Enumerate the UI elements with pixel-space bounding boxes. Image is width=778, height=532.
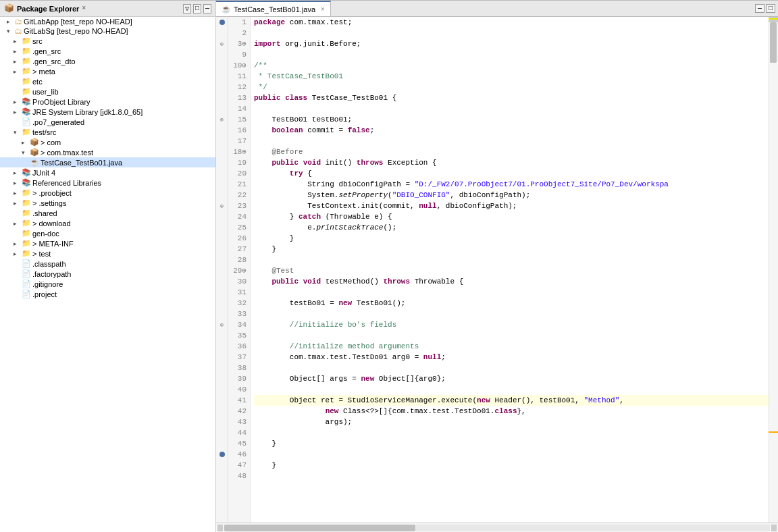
code-line-39: Object[] args = new Object[]{arg0}; [254, 373, 769, 384]
tree-label: JUnit 4 [32, 169, 55, 177]
editor-gutter: ⊕ ⊕ ⊕ ⊕ [216, 17, 228, 523]
tree-item-project-file[interactable]: 📄 .project [0, 289, 215, 299]
tree-item-user-lib[interactable]: 📁 user_lib [0, 86, 215, 97]
expand-arrow: ▾ [7, 28, 15, 34]
code-line-31 [254, 287, 769, 298]
code-line-24: } catch (Throwable e) { [254, 211, 769, 222]
gutter-line-3[interactable]: ⊕ [216, 38, 228, 49]
tree-item-testcase-file[interactable]: ☕ TestCase_TestBo01.java [0, 157, 215, 167]
code-line-29: @Test [254, 265, 769, 276]
folder-icon: 📁 [22, 87, 31, 96]
code-line-2 [254, 28, 769, 38]
tree-label: src [32, 37, 43, 45]
lib-icon: 📚 [22, 97, 31, 106]
code-line-34: //initialize bo's fields [254, 319, 769, 330]
vertical-scrollbar[interactable] [769, 17, 778, 523]
tree-item-com-tmax-test[interactable]: ▾ 📦 > com.tmax.test [0, 147, 215, 157]
gutter-line-29[interactable]: ⊕ [216, 319, 228, 330]
code-line-36: //initialize method arguments [254, 341, 769, 352]
editor-body: ⊕ ⊕ ⊕ ⊕ [216, 17, 778, 523]
tree-item-gitignore[interactable]: 📄 .gitignore [0, 279, 215, 289]
tree-item-gen-src[interactable]: ▸ 📁 .gen_src [0, 46, 215, 56]
tree-item-gen-src-dto[interactable]: ▸ 📁 .gen_src_dto [0, 56, 215, 66]
tree-label: .project [32, 290, 57, 298]
tree-label: > .proobject [32, 189, 72, 197]
jre-lib-icon: 📚 [22, 107, 31, 116]
code-line-45: } [254, 438, 769, 449]
code-line-1: package com.tmax.test; [254, 17, 769, 28]
tree-item-po7[interactable]: 📄 .po7_generated [0, 117, 215, 127]
tree-label: .gen_src_dto [32, 57, 76, 65]
tree-item-proobject[interactable]: ▸ 📁 > .proobject [0, 188, 215, 198]
scroll-marker-orange [769, 431, 778, 433]
code-line-30: public void testMethod() throws Throwabl… [254, 276, 769, 287]
code-line-18: @Before [254, 147, 769, 157]
maximize-icon[interactable]: □ [193, 4, 201, 14]
tree-label: .shared [32, 209, 57, 217]
code-content[interactable]: package com.tmax.test; import org.junit.… [251, 17, 769, 523]
src-folder-icon: 📁 [22, 36, 31, 45]
java-file-icon: ☕ [30, 158, 39, 167]
ref-lib-icon: 📚 [22, 178, 31, 187]
tab-close-icon[interactable]: × [321, 5, 325, 13]
package-icon: 📦 [30, 138, 39, 147]
tree-label: GitLabSg [test_repo NO-HEAD] [24, 27, 128, 35]
horizontal-scrollbar[interactable] [216, 523, 778, 532]
tree-label: .classpath [32, 260, 66, 268]
code-line-25: e.printStackTrace(); [254, 222, 769, 233]
tree-item-ref-libs[interactable]: ▸ 📚 Referenced Libraries [0, 178, 215, 188]
tree-item-src[interactable]: ▸ 📁 src [0, 36, 215, 46]
tree-item-proobject-lib[interactable]: ▸ 📚 ProObject Library [0, 97, 215, 107]
expand-arrow: ▾ [22, 149, 30, 156]
tree-item-gitlabsg[interactable]: ▾ 🗂 GitLabSg [test_repo NO-HEAD] [0, 26, 215, 36]
file-icon: 📄 [22, 290, 31, 298]
code-line-48 [254, 471, 769, 481]
code-line-35 [254, 330, 769, 341]
code-line-27: } [254, 244, 769, 255]
code-line-42: new Class<?>[]{com.tmax.test.TestDo01.cl… [254, 406, 769, 417]
tree-item-test-src[interactable]: ▾ 📁 test/src [0, 127, 215, 137]
folder-icon: 📁 [22, 57, 31, 65]
code-line-17 [254, 136, 769, 147]
code-line-40 [254, 384, 769, 395]
tree-item-download[interactable]: ▸ 📁 > download [0, 218, 215, 228]
tree-item-classpath[interactable]: 📄 .classpath [0, 259, 215, 269]
editor-tab-bar: ☕ TestCase_TestBo01.java × — □ [216, 1, 778, 17]
expand-arrow: ▸ [14, 48, 22, 55]
code-line-13: public class TestCase_TestBo01 { [254, 92, 769, 103]
tree-label: GitLabApp [test_repo NO-HEAD] [24, 18, 132, 26]
expand-arrow: ▸ [14, 109, 22, 115]
maximize-editor-icon[interactable]: □ [766, 4, 775, 13]
restore-icon[interactable]: — [203, 4, 211, 14]
code-line-10: /** [254, 60, 769, 71]
code-line-43: args); [254, 417, 769, 427]
gutter-line-10[interactable]: ⊕ [216, 114, 228, 125]
tree-item-jre-lib[interactable]: ▸ 📚 JRE System Library [jdk1.8.0_65] [0, 107, 215, 117]
src-folder-icon: 📁 [22, 128, 31, 136]
expand-arrow: ▾ [14, 129, 22, 136]
minimize-icon[interactable]: ▽ [183, 4, 191, 14]
gutter-line-18[interactable]: ⊕ [216, 201, 228, 211]
code-line-11: * TestCase_TestBo01 [254, 71, 769, 82]
editor-tab-active[interactable]: ☕ TestCase_TestBo01.java × [216, 1, 331, 16]
tree-item-factorypath[interactable]: 📄 .factorypath [0, 269, 215, 279]
tree-item-etc[interactable]: 📁 etc [0, 76, 215, 86]
tree-item-meta-inf[interactable]: ▸ 📁 > META-INF [0, 238, 215, 248]
tree-label: .gen_src [32, 47, 61, 55]
tree-item-gitlabapp[interactable]: ▸ 🗂 GitLabApp [test_repo NO-HEAD] [0, 17, 215, 26]
tree-item-meta[interactable]: ▸ 📁 > meta [0, 66, 215, 76]
tree-label: > com [41, 138, 61, 147]
tree-item-shared[interactable]: 📁 .shared [0, 208, 215, 218]
folder-icon: 📁 [22, 229, 31, 238]
tree-item-gen-doc[interactable]: 📁 gen-doc [0, 228, 215, 238]
code-line-22: System.setProperty("DBIO_CONFIG", dbioCo… [254, 190, 769, 201]
code-line-20: try { [254, 168, 769, 179]
tree-item-com[interactable]: ▸ 📦 > com [0, 137, 215, 147]
tree-item-test[interactable]: ▸ 📁 > test [0, 248, 215, 259]
tree-label: > .settings [32, 199, 66, 207]
tree-item-settings[interactable]: ▸ 📁 > .settings [0, 198, 215, 208]
close-icon[interactable]: × [82, 5, 86, 12]
app-container: 📦 Package Explorer × ▽ □ — ▸ 🗂 [0, 0, 778, 532]
minimize-editor-icon[interactable]: — [755, 4, 764, 13]
tree-item-junit4[interactable]: ▸ 📚 JUnit 4 [0, 167, 215, 178]
